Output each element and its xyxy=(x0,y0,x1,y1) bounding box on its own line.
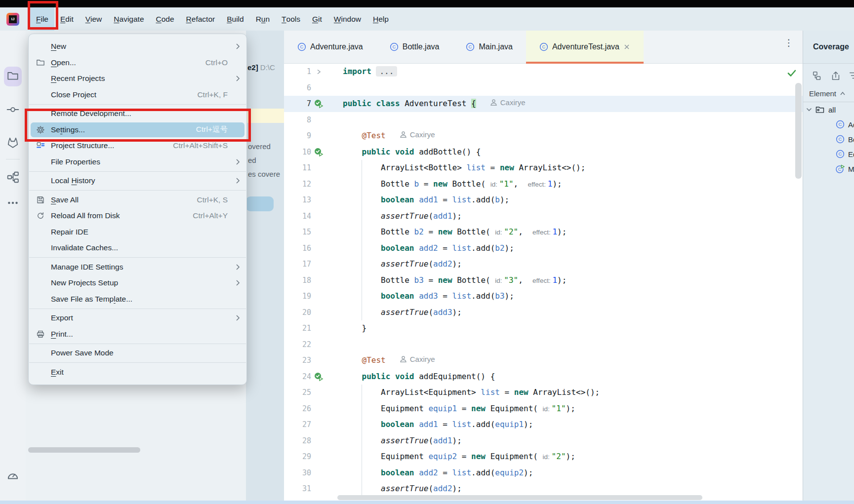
line-number[interactable]: 20 xyxy=(284,305,311,321)
line-number[interactable]: 7 xyxy=(284,96,311,112)
commit-icon[interactable] xyxy=(6,103,19,116)
menubar-item-window[interactable]: Window xyxy=(328,7,367,31)
line-number[interactable]: 23 xyxy=(284,352,311,369)
menu-item-manage-ide-settings[interactable]: Manage IDE Settings xyxy=(29,259,246,275)
menubar-item-navigate[interactable]: Navigate xyxy=(108,7,150,31)
line-number[interactable]: 28 xyxy=(284,433,311,449)
coverage-class-row[interactable]: CAdventure xyxy=(803,117,854,132)
coverage-class-row[interactable]: CEquipment xyxy=(803,147,854,161)
menu-item-invalidate-caches[interactable]: Invalidate Caches... xyxy=(29,240,246,256)
menu-item-save-file-as-template[interactable]: Save File as Template... xyxy=(29,291,246,308)
editor-vertical-scrollbar[interactable] xyxy=(795,83,802,179)
menu-item-recent-projects[interactable]: Recent Projects xyxy=(29,71,246,87)
chevron-down-icon[interactable] xyxy=(806,108,812,112)
intellij-logo-icon[interactable]: IJ xyxy=(6,13,19,26)
coverage-class-row[interactable]: CMain xyxy=(803,161,854,176)
menu-item-new[interactable]: New xyxy=(29,39,246,55)
code-editor[interactable]: 1import ...67public class AdventureTest … xyxy=(284,64,803,501)
line-number[interactable]: 16 xyxy=(284,240,311,257)
project-folder-icon[interactable] xyxy=(6,69,19,82)
profiler-gauge-icon[interactable] xyxy=(6,469,19,482)
menu-item-print[interactable]: Print... xyxy=(29,326,246,343)
line-number[interactable]: 18 xyxy=(284,272,311,289)
run-test-gutter-icon[interactable] xyxy=(311,96,326,112)
tab-main-java[interactable]: CMain.java xyxy=(452,31,526,63)
menubar-item-tools[interactable]: Tools xyxy=(276,7,306,31)
coverage-root-row[interactable]: all xyxy=(803,102,854,117)
structure-icon[interactable] xyxy=(6,171,19,184)
line-number[interactable]: 24 xyxy=(284,369,311,385)
tab-bottle-java[interactable]: CBottle.java xyxy=(376,31,453,63)
menubar-item-refactor[interactable]: Refactor xyxy=(180,7,221,31)
menu-item-close-project[interactable]: Close ProjectCtrl+K, F xyxy=(29,87,246,103)
chevron-right-icon xyxy=(236,158,240,165)
line-number[interactable]: 19 xyxy=(284,288,311,305)
tab-label: Adventure.java xyxy=(310,42,363,51)
run-test-gutter-icon[interactable] xyxy=(311,144,326,160)
menu-item-export[interactable]: Export xyxy=(29,310,246,326)
gitlab-icon[interactable] xyxy=(6,136,19,149)
menu-item-file-properties[interactable]: File Properties xyxy=(29,154,246,170)
editor-line-7: 7public class AdventureTest {Caxirye xyxy=(284,96,803,112)
close-icon[interactable] xyxy=(623,43,630,50)
menu-item-exit[interactable]: Exit xyxy=(29,364,246,381)
line-number[interactable]: 13 xyxy=(284,192,311,208)
line-number[interactable]: 27 xyxy=(284,417,311,433)
menubar-item-help[interactable]: Help xyxy=(367,7,395,31)
line-number[interactable]: 9 xyxy=(284,128,311,144)
line-number[interactable]: 30 xyxy=(284,465,311,481)
tab-adventuretest-java[interactable]: CAdventureTest.java xyxy=(526,31,644,63)
line-number[interactable]: 8 xyxy=(284,112,311,128)
line-number[interactable]: 21 xyxy=(284,320,311,337)
fold-arrow-icon[interactable] xyxy=(311,64,326,80)
export-up-icon[interactable] xyxy=(830,71,841,81)
menubar-item-view[interactable]: View xyxy=(80,7,108,31)
line-number[interactable]: 26 xyxy=(284,401,311,417)
menubar-item-git[interactable]: Git xyxy=(306,7,328,31)
menu-item-save-all[interactable]: Save AllCtrl+K, S xyxy=(29,192,246,208)
menubar-item-run[interactable]: Run xyxy=(250,7,276,31)
menu-item-local-history[interactable]: Local History xyxy=(29,173,246,189)
line-number[interactable]: 31 xyxy=(284,481,311,497)
coverage-element-column-header[interactable]: Element xyxy=(803,86,854,102)
flatten-packages-icon[interactable] xyxy=(812,71,823,81)
menu-item-label: Exit xyxy=(51,368,64,377)
menu-item-label: New Projects Setup xyxy=(51,278,118,287)
line-number[interactable]: 6 xyxy=(284,80,311,96)
menu-item-reload-all-from-disk[interactable]: Reload All from DiskCtrl+Alt+Y xyxy=(29,208,246,224)
line-number[interactable]: 15 xyxy=(284,224,311,240)
chevron-right-icon xyxy=(236,177,240,184)
line-number[interactable]: 22 xyxy=(284,337,311,353)
menu-item-power-save-mode[interactable]: Power Save Mode xyxy=(29,345,246,361)
inspections-ok-check-icon[interactable] xyxy=(786,68,797,78)
project-panel-horizontal-scrollbar[interactable] xyxy=(28,447,140,453)
sort-caret-up-icon xyxy=(840,92,845,95)
editor-horizontal-scrollbar[interactable] xyxy=(337,495,702,500)
menubar-item-code[interactable]: Code xyxy=(150,7,180,31)
line-number[interactable]: 1 xyxy=(284,64,311,80)
more-icon[interactable] xyxy=(6,196,19,209)
run-test-gutter-icon[interactable] xyxy=(311,369,326,385)
class-icon: C xyxy=(297,42,306,51)
partial-icon[interactable] xyxy=(849,71,854,81)
line-number[interactable]: 14 xyxy=(284,208,311,225)
menu-item-repair-ide[interactable]: Repair IDE xyxy=(29,224,246,240)
menubar-item-build[interactable]: Build xyxy=(221,7,249,31)
menubar-items: FileEditViewNavigateCodeRefactorBuildRun… xyxy=(30,7,395,31)
line-number[interactable]: 12 xyxy=(284,176,311,193)
coverage-class-row[interactable]: CBottle xyxy=(803,132,854,147)
line-number[interactable]: 29 xyxy=(284,449,311,465)
menu-item-new-projects-setup[interactable]: New Projects Setup xyxy=(29,275,246,291)
tab-options-kebab-icon[interactable]: ⋮ xyxy=(783,39,794,55)
editor-line-22: 22 xyxy=(284,337,803,353)
tab-adventure-java[interactable]: CAdventure.java xyxy=(284,31,376,63)
menu-item-open[interactable]: Open...Ctrl+O xyxy=(29,55,246,71)
line-number[interactable]: 25 xyxy=(284,385,311,401)
code-text: ArrayList<Equipment> list = new ArrayLis… xyxy=(326,385,803,401)
line-number[interactable]: 17 xyxy=(284,256,311,272)
line-number[interactable]: 10 xyxy=(284,144,311,160)
line-number[interactable]: 11 xyxy=(284,160,311,176)
svg-text:C: C xyxy=(839,121,842,127)
code-text: assertTrue(add1); xyxy=(326,208,803,225)
code-text: import ... xyxy=(326,64,803,80)
